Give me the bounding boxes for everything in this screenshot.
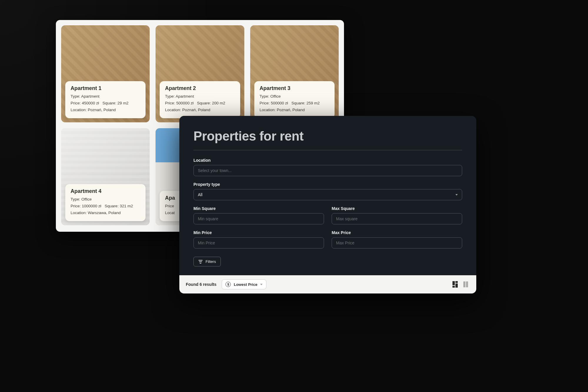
property-price-square: Price: 450000 zł Square: 29 m2 xyxy=(71,100,140,107)
property-type-value: All xyxy=(198,192,203,197)
max-price-label: Max Price xyxy=(332,230,462,235)
max-price-field: Max Price xyxy=(332,230,462,248)
layout-columns-button[interactable] xyxy=(462,281,470,288)
property-price: Price: 500000 zł xyxy=(260,101,288,105)
property-price: Price xyxy=(165,204,174,208)
price-range-row: Min Price Max Price xyxy=(193,230,462,248)
property-title: Apartment 2 xyxy=(165,85,235,91)
max-square-field: Max Square xyxy=(332,206,462,224)
square-range-row: Min Square Max Square xyxy=(193,206,462,224)
property-price: Price: 1000000 zł xyxy=(71,204,101,208)
results-bar: Found 6 results $ Lowest Price xyxy=(179,275,476,293)
layout-grid-button[interactable] xyxy=(451,281,459,288)
property-card[interactable]: Apartment 3 Type: Office Price: 500000 z… xyxy=(250,25,339,122)
property-card[interactable]: Apartment 2 Type: Apartment Price: 50000… xyxy=(156,25,244,122)
search-body: Properties for rent Location Property ty… xyxy=(179,116,476,275)
property-type-label: Property type xyxy=(193,182,462,187)
divider xyxy=(193,150,462,150)
max-price-input[interactable] xyxy=(332,237,462,248)
property-type: Type: Office xyxy=(71,196,140,203)
min-price-field: Min Price xyxy=(193,230,324,248)
property-square: Square: 29 m2 xyxy=(103,101,129,105)
property-price: Price: 450000 zł xyxy=(71,101,99,105)
property-title: Apartment 1 xyxy=(71,85,140,91)
property-info-panel: Apartment 2 Type: Apartment Price: 50000… xyxy=(160,81,240,118)
property-type-field-row: Property type All xyxy=(193,182,462,200)
chevron-down-icon xyxy=(455,194,458,196)
min-square-input[interactable] xyxy=(193,213,324,224)
property-info-panel: Apartment 3 Type: Office Price: 500000 z… xyxy=(254,81,335,118)
property-type-select[interactable]: All xyxy=(193,189,462,200)
layout-toggle xyxy=(451,281,470,288)
property-square: Square: 259 m2 xyxy=(291,101,320,105)
min-square-label: Min Square xyxy=(193,206,324,211)
columns-icon xyxy=(463,281,468,287)
property-type: Type: Apartment xyxy=(165,93,235,100)
location-label: Location xyxy=(193,158,462,163)
property-card[interactable]: Apartment 4 Type: Office Price: 1000000 … xyxy=(61,128,150,225)
property-location: Location: Poznań, Poland xyxy=(260,107,329,114)
property-price-square: Price: 500000 zł Square: 259 m2 xyxy=(260,100,329,107)
property-info-panel: Apartment 1 Type: Apartment Price: 45000… xyxy=(65,81,146,118)
property-title: Apartment 3 xyxy=(260,85,329,91)
property-price-square: Price: 1000000 zł Square: 321 m2 xyxy=(71,203,140,210)
sort-dropdown[interactable]: $ Lowest Price xyxy=(222,279,266,289)
dollar-icon: $ xyxy=(225,282,231,287)
filter-icon xyxy=(198,260,203,263)
max-square-input[interactable] xyxy=(332,213,462,224)
min-price-label: Min Price xyxy=(193,230,324,235)
property-location: Location: Poznań, Poland xyxy=(165,107,235,114)
property-card[interactable]: Apartment 1 Type: Apartment Price: 45000… xyxy=(61,25,150,122)
property-location: Location: Warszawa, Poland xyxy=(71,210,140,216)
property-price: Price: 500000 zł xyxy=(165,101,193,105)
location-input[interactable] xyxy=(193,165,462,176)
property-search-panel: Properties for rent Location Property ty… xyxy=(179,116,476,293)
sort-label: Lowest Price xyxy=(234,282,257,287)
property-info-panel: Apartment 4 Type: Office Price: 1000000 … xyxy=(65,184,146,221)
property-square: Square: 321 m2 xyxy=(105,204,133,208)
chevron-down-icon xyxy=(260,284,263,285)
grid-icon xyxy=(452,281,458,288)
results-count: Found 6 results xyxy=(186,282,216,287)
min-price-input[interactable] xyxy=(193,237,324,248)
property-title: Apartment 4 xyxy=(71,188,140,194)
page-title: Properties for rent xyxy=(193,129,462,144)
location-field-row: Location xyxy=(193,158,462,176)
property-type: Type: Apartment xyxy=(71,93,140,100)
filters-button[interactable]: Filters xyxy=(193,257,221,266)
max-square-label: Max Square xyxy=(332,206,462,211)
min-square-field: Min Square xyxy=(193,206,324,224)
property-location: Location: Poznań, Poland xyxy=(71,107,140,114)
filters-button-label: Filters xyxy=(206,259,216,264)
property-price-square: Price: 500000 zł Square: 200 m2 xyxy=(165,100,235,107)
property-type: Type: Office xyxy=(260,93,329,100)
property-square: Square: 200 m2 xyxy=(197,101,225,105)
